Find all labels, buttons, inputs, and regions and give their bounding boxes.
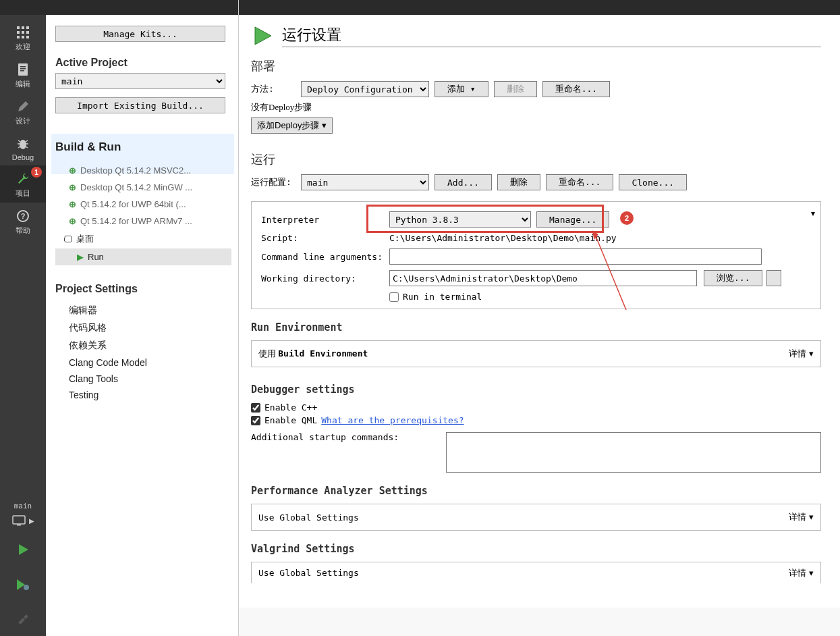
svg-rect-5: [26, 31, 29, 34]
svg-rect-23: [17, 525, 21, 526]
chevron-down-icon: ▾: [470, 84, 476, 94]
svg-line-16: [18, 140, 20, 142]
kit-item[interactable]: ⊕Qt 5.14.2 for UWP ARMv7 ...: [55, 213, 231, 230]
valgrind-details-button[interactable]: 详情 ▾: [789, 567, 814, 579]
enable-cpp-checkbox[interactable]: [251, 403, 260, 413]
svg-rect-8: [26, 36, 29, 38]
no-deploy-steps-label: 没有Deploy步骤: [251, 101, 821, 113]
apps-icon: [15, 24, 31, 41]
nav-kit-name: main: [0, 502, 46, 512]
build-button[interactable]: [0, 608, 46, 632]
nav-edit[interactable]: 编辑: [0, 56, 46, 93]
monitor-icon: [11, 514, 26, 527]
deploy-add-button[interactable]: 添加 ▾: [435, 81, 488, 97]
nav-design-label: 设计: [16, 116, 30, 126]
side-panel: Manage Kits... Active Project main Impor…: [46, 0, 239, 636]
qml-prereq-link[interactable]: What are the prerequisites?: [321, 415, 464, 425]
collapse-icon[interactable]: ▾: [811, 209, 815, 218]
annotation-callout-2: 2: [620, 211, 634, 225]
args-label: Command line arguments:: [261, 252, 389, 262]
nav-welcome[interactable]: 欢迎: [0, 19, 46, 56]
plus-icon: ⊕: [69, 216, 76, 226]
play-icon: [16, 543, 30, 556]
ps-editor[interactable]: 编辑器: [55, 302, 231, 319]
manage-kits-button[interactable]: Manage Kits...: [55, 26, 225, 42]
run-rename-button[interactable]: 重命名...: [546, 174, 613, 190]
svg-line-17: [26, 140, 28, 142]
ps-codestyle[interactable]: 代码风格: [55, 319, 231, 337]
nav-help[interactable]: ? 帮助: [0, 203, 46, 240]
chevron-down-icon: ▾: [322, 120, 327, 130]
chevron-down-icon: ▾: [809, 512, 814, 523]
env-details-button[interactable]: 详情 ▾: [789, 348, 814, 360]
ps-testing[interactable]: Testing: [55, 387, 231, 403]
svg-rect-12: [20, 70, 24, 72]
kit-item[interactable]: ⊕Desktop Qt 5.14.2 MSVC2...: [55, 162, 231, 179]
nav-design[interactable]: 设计: [0, 93, 46, 130]
import-build-button[interactable]: Import Existing Build...: [55, 97, 225, 113]
perf-details-button[interactable]: 详情 ▾: [789, 511, 814, 523]
svg-rect-0: [17, 26, 20, 29]
svg-line-18: [18, 147, 20, 148]
project-settings-list: 编辑器 代码风格 依赖关系 Clang Code Model Clang Too…: [55, 302, 231, 403]
play-bug-icon: [16, 578, 30, 591]
play-icon: ▶: [77, 252, 84, 262]
nav-welcome-label: 欢迎: [16, 42, 30, 52]
debug-run-button[interactable]: [0, 573, 46, 597]
deploy-heading: 部署: [251, 58, 821, 74]
nav-top-spacer: [0, 0, 46, 15]
kit-list: ⊕Desktop Qt 5.14.2 MSVC2... ⊕Desktop Qt …: [55, 162, 231, 265]
perf-box: Use Global Settings 详情 ▾: [251, 504, 821, 531]
startup-cmds-input[interactable]: [446, 432, 821, 473]
run-remove-button[interactable]: 删除: [497, 174, 540, 190]
svg-rect-3: [17, 31, 20, 34]
run-config-select[interactable]: main: [301, 174, 429, 190]
args-input[interactable]: [389, 248, 762, 265]
nav-debug[interactable]: Debug: [0, 130, 46, 165]
active-project-heading: Active Project: [55, 57, 231, 69]
left-nav-rail: 欢迎 编辑 设计 Debug 项目 1 ? 帮助: [0, 0, 46, 636]
ps-deps[interactable]: 依赖关系: [55, 337, 231, 354]
run-config-label: 运行配置:: [251, 176, 296, 188]
run-add-button[interactable]: Add...: [435, 174, 492, 190]
svg-point-24: [24, 585, 29, 590]
bug-icon: [15, 136, 31, 152]
nav-project[interactable]: 项目 1: [0, 165, 46, 203]
enable-qml-checkbox[interactable]: [251, 416, 260, 425]
run-clone-button[interactable]: Clone...: [619, 174, 687, 190]
chevron-down-icon: ▾: [809, 568, 814, 579]
valgrind-heading: Valgrind Settings: [251, 543, 821, 555]
run-button[interactable]: [0, 537, 46, 562]
workdir-input[interactable]: [389, 270, 697, 286]
kit-item[interactable]: ⊕Qt 5.14.2 for UWP 64bit (...: [55, 196, 231, 213]
deploy-rename-button[interactable]: 重命名...: [542, 81, 610, 97]
run-in-terminal-label: Run in terminal: [403, 292, 482, 302]
active-project-select[interactable]: main: [55, 73, 225, 89]
svg-rect-11: [20, 68, 26, 70]
kit-desktop[interactable]: 🖵桌面: [55, 230, 231, 248]
deploy-remove-button[interactable]: 删除: [494, 81, 537, 97]
enable-qml-label: Enable QML: [264, 415, 317, 425]
svg-rect-9: [18, 63, 28, 76]
kit-run[interactable]: ▶Run: [55, 248, 231, 265]
interpreter-select[interactable]: Python 3.8.3: [389, 211, 531, 228]
add-deploy-step-button[interactable]: 添加Deploy步骤 ▾: [251, 117, 333, 134]
svg-rect-7: [22, 36, 24, 38]
ps-clang-tools[interactable]: Clang Tools: [55, 371, 231, 387]
chevron-down-icon: ▾: [809, 348, 814, 359]
deploy-method-select[interactable]: Deploy Configuration: [301, 81, 429, 97]
svg-rect-1: [22, 26, 24, 29]
debugger-heading: Debugger settings: [251, 383, 821, 396]
kit-item[interactable]: ⊕Desktop Qt 5.14.2 MinGW ...: [55, 179, 231, 196]
browse-button[interactable]: 浏览...: [704, 270, 762, 286]
svg-rect-4: [22, 31, 24, 34]
reset-workdir-button[interactable]: [766, 270, 781, 286]
interpreter-manage-button[interactable]: Manage...: [536, 211, 609, 228]
nav-kit-selector[interactable]: main ▶: [0, 502, 46, 527]
ps-clang-model[interactable]: Clang Code Model: [55, 354, 231, 371]
plus-icon: ⊕: [69, 165, 76, 176]
run-in-terminal-checkbox[interactable]: [389, 292, 399, 302]
page-title: 运行设置: [282, 25, 821, 47]
svg-line-19: [26, 147, 28, 148]
project-settings-heading: Project Settings: [55, 283, 231, 295]
